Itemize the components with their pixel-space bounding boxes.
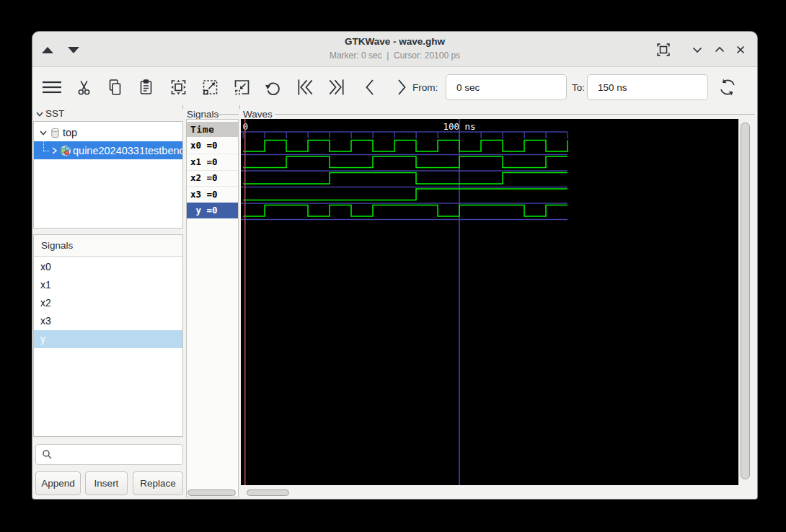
signal-name-row-x2[interactable]: x2 =0 — [187, 170, 238, 187]
close-button[interactable] — [731, 40, 750, 59]
search-input[interactable] — [35, 444, 183, 465]
marker-cursor-status: Marker: 0 sec | Cursor: 20100 ps — [32, 50, 757, 61]
undo-icon — [263, 78, 283, 97]
step-back-icon — [360, 78, 379, 97]
fullscreen-button[interactable] — [654, 40, 673, 59]
waves-frame-line — [275, 114, 755, 115]
chevron-down-icon — [692, 44, 703, 56]
to-input[interactable]: 150 ns — [587, 74, 708, 100]
signal-name-panel: Time x0 =0x1 =0x2 =0x3 =0 y =0 — [186, 119, 239, 497]
signal-list-item-y[interactable]: y — [34, 330, 182, 348]
insert-button[interactable]: Insert — [85, 471, 128, 495]
signal-name-label: x3 =0 — [190, 189, 218, 200]
signal-list-item-label: x3 — [40, 315, 51, 327]
replace-label: Replace — [140, 478, 176, 489]
signal-list-item-label: x1 — [40, 279, 51, 291]
expander-down-icon — [35, 110, 44, 118]
zoom-in-button[interactable] — [198, 75, 222, 99]
signal-list-item-label: x2 — [40, 297, 51, 309]
step-forward-icon — [391, 78, 410, 97]
from-value: 0 sec — [456, 82, 480, 93]
zoom-out-icon — [232, 78, 252, 97]
waves-frame-label: Waves — [243, 109, 273, 120]
skip-to-end-button[interactable] — [324, 75, 348, 99]
signal-panel-hscrollbar[interactable] — [187, 489, 236, 496]
skip-to-end-icon — [327, 78, 346, 97]
window-title: GTKWave - wave.ghw — [32, 36, 757, 47]
signal-list-header-label: Signals — [41, 240, 73, 251]
step-forward-button[interactable] — [388, 75, 412, 99]
cut-icon — [74, 78, 94, 97]
step-back-button[interactable] — [357, 75, 381, 99]
sst-expander[interactable]: SST — [35, 108, 64, 119]
signals-frame-line — [213, 114, 239, 115]
chevron-up-icon — [714, 44, 725, 56]
undo-button[interactable] — [261, 75, 286, 99]
zoom-fit-icon — [169, 78, 188, 97]
zoom-in-icon — [200, 78, 220, 97]
fullscreen-icon — [657, 43, 670, 56]
replace-button[interactable]: Replace — [133, 471, 183, 495]
reload-icon — [717, 76, 738, 98]
tree-item-label: quine20240331testbench — [73, 145, 182, 156]
time-header[interactable]: Time — [187, 122, 238, 137]
sst-label: SST — [45, 108, 64, 119]
signal-name-label: x1 =0 — [190, 156, 218, 167]
pane-splitter-mark — [182, 105, 183, 109]
zoom-fit-button[interactable] — [167, 75, 191, 99]
wave-hscrollbar[interactable] — [247, 489, 289, 496]
to-label: To: — [572, 82, 585, 93]
expander-right-icon[interactable] — [50, 146, 58, 155]
copy-icon — [105, 78, 125, 97]
reload-button[interactable] — [715, 75, 740, 99]
signal-list-item-x3[interactable]: x3 — [34, 312, 182, 330]
from-input[interactable]: 0 sec — [446, 74, 567, 100]
from-label: From: — [412, 82, 438, 93]
signal-list-item-label: y — [40, 333, 45, 345]
tree-guide — [43, 151, 49, 151]
signal-name-label: x2 =0 — [190, 172, 218, 183]
append-button[interactable]: Append — [35, 471, 81, 495]
signal-list-item-x1[interactable]: x1 — [34, 275, 182, 293]
paste-button[interactable] — [134, 75, 159, 99]
pane-splitter-mark — [239, 105, 240, 109]
menu-icon — [40, 78, 63, 97]
insert-label: Insert — [94, 478, 119, 489]
tree-item-label: top — [63, 127, 77, 138]
paste-icon — [136, 78, 156, 97]
maximize-button[interactable] — [710, 40, 729, 59]
copy-button[interactable] — [102, 75, 127, 99]
expander-down-icon[interactable] — [39, 128, 48, 137]
signal-list-item-x0[interactable]: x0 — [34, 257, 182, 275]
minimize-button[interactable] — [688, 40, 707, 59]
wave-vscrollbar[interactable] — [741, 123, 750, 479]
module-cylinder-icon — [50, 128, 60, 138]
sst-tree: top quine20240331testbench — [33, 121, 183, 229]
signal-name-row-x3[interactable]: x3 =0 — [187, 186, 238, 203]
signal-list-header[interactable]: Signals — [34, 235, 182, 257]
time-header-label: Time — [190, 124, 214, 135]
signal-name-label: y =0 — [190, 205, 218, 216]
search-icon — [42, 449, 53, 460]
wave-canvas[interactable]: 0100 ns — [241, 119, 738, 485]
gtkwave-window: GTKWave - wave.ghw Marker: 0 sec | Curso… — [32, 32, 757, 499]
signal-list-item-x2[interactable]: x2 — [34, 293, 182, 311]
signal-name-label: x0 =0 — [190, 140, 218, 151]
signal-list-item-label: x0 — [40, 261, 51, 272]
titlebar: GTKWave - wave.ghw Marker: 0 sec | Curso… — [32, 32, 757, 67]
append-label: Append — [41, 478, 75, 489]
zoom-out-button[interactable] — [229, 75, 254, 99]
skip-to-start-icon — [296, 78, 315, 97]
menu-button[interactable] — [40, 75, 64, 99]
signal-name-row-x0[interactable]: x0 =0 — [187, 138, 238, 155]
close-icon — [735, 44, 746, 56]
cut-button[interactable] — [71, 75, 96, 99]
signal-name-row-y[interactable]: y =0 — [187, 203, 238, 219]
tree-row-top[interactable]: top — [34, 124, 182, 141]
tree-row-testbench[interactable]: quine20240331testbench — [34, 141, 182, 159]
component-icon — [60, 145, 71, 156]
signal-name-row-x1[interactable]: x1 =0 — [187, 154, 238, 171]
tree-guide — [43, 141, 44, 151]
skip-to-start-button[interactable] — [293, 75, 317, 99]
to-value: 150 ns — [598, 82, 627, 93]
